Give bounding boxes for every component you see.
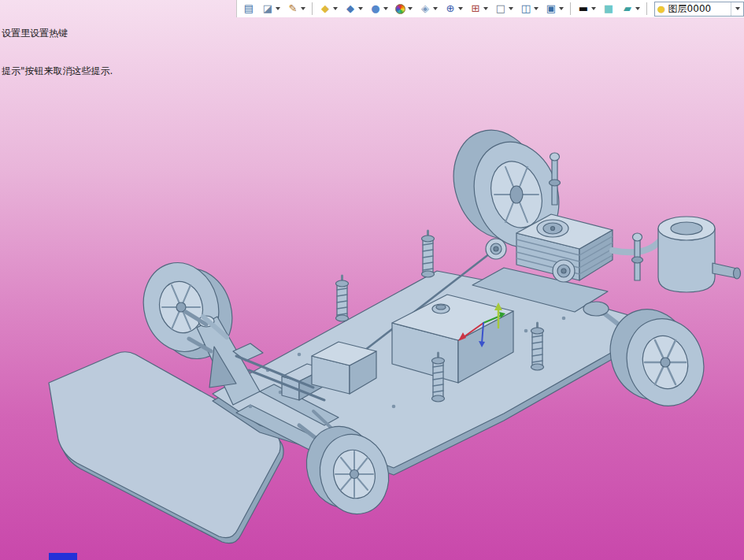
export-sheet-icon[interactable]: ▤ bbox=[240, 2, 257, 17]
exhaust-canister bbox=[658, 217, 741, 292]
chevron-down-icon[interactable] bbox=[433, 7, 438, 10]
shock-absorber-2 bbox=[422, 231, 435, 277]
color-wheel-icon[interactable] bbox=[392, 2, 415, 17]
blue-cube-icon[interactable]: ◆ bbox=[342, 2, 365, 17]
shock-absorber-4 bbox=[531, 323, 544, 370]
window-icon-glyph: ◫ bbox=[520, 2, 532, 15]
move-icon-glyph: ⊞ bbox=[469, 2, 482, 15]
line-width-icon[interactable]: ▬ bbox=[575, 2, 598, 17]
blue-cube-icon-glyph: ◆ bbox=[344, 2, 357, 15]
shock-absorber-3 bbox=[432, 353, 445, 402]
chevron-down-icon[interactable] bbox=[408, 7, 413, 10]
render-style-icon[interactable]: ◪ bbox=[259, 2, 283, 17]
chevron-down-icon[interactable] bbox=[358, 7, 363, 10]
chevron-down-icon[interactable] bbox=[509, 7, 513, 10]
chevron-down-icon bbox=[735, 7, 740, 10]
chevron-down-icon[interactable] bbox=[458, 7, 463, 10]
layer-combo-dropdown[interactable] bbox=[731, 2, 742, 16]
sphere-render-icon[interactable]: ● bbox=[367, 2, 391, 17]
chevron-down-icon[interactable] bbox=[534, 7, 539, 10]
chevron-down-icon[interactable] bbox=[635, 7, 640, 10]
move-icon[interactable]: ⊞ bbox=[467, 2, 490, 17]
plane-icon-glyph: □ bbox=[494, 2, 507, 15]
window-icon[interactable]: ◫ bbox=[517, 2, 541, 17]
brush-icon-glyph: ✎ bbox=[287, 2, 299, 15]
toolbar-icon-group: ▤◪✎◆◆●◈⊕⊞□◫▣▬■▰ bbox=[240, 2, 650, 17]
color-wheel-icon-glyph bbox=[395, 4, 405, 14]
chevron-down-icon[interactable] bbox=[559, 7, 564, 10]
yellow-cube-icon[interactable]: ◆ bbox=[316, 2, 340, 17]
target-icon-glyph: ⊕ bbox=[444, 2, 457, 15]
chevron-down-icon[interactable] bbox=[301, 7, 305, 10]
toolbar-separator bbox=[312, 2, 313, 15]
hatch-icon-glyph: ▰ bbox=[621, 2, 634, 15]
flywheel bbox=[486, 239, 506, 259]
cyan-swatch-icon-glyph: ■ bbox=[602, 2, 615, 15]
shock-absorber-1 bbox=[336, 276, 349, 321]
sphere-render-icon-glyph: ● bbox=[369, 2, 382, 15]
line-width-icon-glyph: ▬ bbox=[577, 2, 590, 15]
toolbar-separator bbox=[570, 2, 571, 15]
chevron-down-icon[interactable] bbox=[591, 7, 596, 10]
yellow-cube-icon-glyph: ◆ bbox=[319, 2, 331, 15]
layer-combo[interactable]: ● 图层0000 bbox=[654, 2, 744, 17]
toolbar-separator bbox=[646, 2, 647, 15]
chevron-down-icon[interactable] bbox=[483, 7, 488, 10]
main-toolbar: ▤◪✎◆◆●◈⊕⊞□◫▣▬■▰ ● 图层0000 bbox=[236, 0, 744, 17]
chevron-down-icon[interactable] bbox=[383, 7, 388, 10]
render-style-icon-glyph: ◪ bbox=[261, 2, 274, 15]
layer-visibility-bulb-icon[interactable]: ● bbox=[657, 4, 665, 14]
display-icon[interactable]: ▣ bbox=[542, 2, 566, 17]
brush-icon[interactable]: ✎ bbox=[284, 2, 308, 17]
shaded-cube-icon[interactable]: ◈ bbox=[416, 2, 440, 17]
hint-line-2: 提示"按钮来取消这些提示. bbox=[2, 65, 113, 77]
hint-line-1: 设置里设置热键 bbox=[2, 27, 113, 39]
cyan-swatch-icon[interactable]: ■ bbox=[600, 2, 617, 17]
layer-combo-value: 图层0000 bbox=[668, 2, 728, 16]
target-icon[interactable]: ⊕ bbox=[442, 2, 465, 17]
statusbar-fragment bbox=[49, 553, 77, 560]
chevron-down-icon[interactable] bbox=[333, 7, 338, 10]
chevron-down-icon[interactable] bbox=[276, 7, 280, 10]
plane-icon[interactable]: □ bbox=[492, 2, 516, 17]
hint-overlay: 设置里设置热键 提示"按钮来取消这些提示. bbox=[2, 2, 113, 102]
export-sheet-icon-glyph: ▤ bbox=[242, 2, 255, 15]
diff-housing bbox=[583, 302, 609, 316]
shaded-cube-icon-glyph: ◈ bbox=[419, 2, 431, 15]
hatch-icon[interactable]: ▰ bbox=[619, 2, 642, 17]
pull-starter bbox=[553, 260, 575, 282]
display-icon-glyph: ▣ bbox=[545, 2, 557, 15]
3d-viewport[interactable]: 设置里设置热键 提示"按钮来取消这些提示. bbox=[0, 0, 744, 560]
